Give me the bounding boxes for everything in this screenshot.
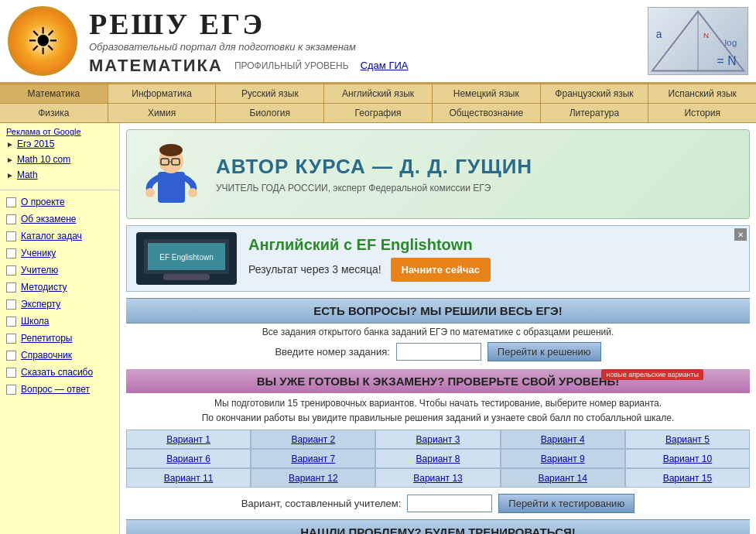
task-number-input[interactable] (396, 343, 481, 361)
nav-item-physics[interactable]: Физика (0, 104, 108, 122)
sidebar-link-11[interactable]: Вопрос — ответ (0, 381, 119, 398)
sidebar-link-9[interactable]: Справочник (0, 347, 119, 364)
checkbox-0[interactable] (6, 197, 16, 207)
variants-grid: Вариант 1 Вариант 2 Вариант 3 Вариант 4 … (126, 430, 750, 488)
sidebar-link-text-8: Репетиторы (21, 333, 72, 344)
header-text: РЕШУ ЕГЭ Образовательный портал для подг… (89, 7, 648, 76)
nav-item-english[interactable]: Английский язык (324, 84, 433, 103)
sidebar-link-1[interactable]: Об экзамене (0, 211, 119, 228)
variant-teacher-row: Вариант, составленный учителем: Перейти … (126, 494, 750, 513)
teacher-go-button[interactable]: Перейти к тестированию (498, 494, 635, 513)
sidebar-link-5[interactable]: Методисту (0, 279, 119, 296)
sidebar-link-text-2: Каталог задач (21, 231, 82, 241)
svg-text:a: a (656, 29, 662, 40)
variants-row-2: Вариант 6 Вариант 7 Вариант 8 Вариант 9 … (126, 449, 750, 468)
variant-cell-6[interactable]: Вариант 6 (126, 449, 251, 468)
checkbox-7[interactable] (6, 317, 16, 327)
header: ☀ РЕШУ ЕГЭ Образовательный портал для по… (0, 0, 756, 84)
nav-item-german[interactable]: Немецкий язык (433, 84, 541, 103)
checkbox-9[interactable] (6, 351, 16, 361)
ad-image: EF Englishtown (136, 232, 237, 285)
svg-rect-18 (163, 274, 210, 280)
nav-item-french[interactable]: Французский язык (541, 84, 649, 103)
header-decoration: log N a = N (648, 7, 748, 75)
variant-cell-1[interactable]: Вариант 1 (126, 430, 251, 449)
variant-cell-10[interactable]: Вариант 10 (625, 449, 750, 468)
sidebar-link-6[interactable]: Эксперту (0, 296, 119, 313)
ad-close-button[interactable]: ✕ (734, 228, 747, 241)
teacher-variant-input[interactable] (407, 495, 492, 512)
nav-item-spanish[interactable]: Испанский язык (648, 84, 756, 103)
variant-cell-2[interactable]: Вариант 2 (251, 430, 375, 449)
task-go-button[interactable]: Перейти к решению (487, 342, 601, 361)
sidebar-link-10[interactable]: Сказать спасибо (0, 364, 119, 381)
variant-cell-14[interactable]: Вариант 14 (501, 468, 625, 488)
checkbox-3[interactable] (6, 248, 16, 258)
variant-cell-7[interactable]: Вариант 7 (251, 449, 375, 468)
triangle-icon-3: ► (6, 171, 14, 180)
checkbox-10[interactable] (6, 368, 16, 378)
sidebar-link-text-0: О проекте (21, 197, 65, 207)
checkbox-4[interactable] (6, 265, 16, 276)
ad-start-button[interactable]: Начните сейчас (391, 258, 491, 282)
sidebar-link-text-9: Справочник (21, 350, 72, 361)
variant-cell-15[interactable]: Вариант 15 (625, 468, 750, 488)
sidebar: Реклама от Google ► Егэ 2015 ► Math 10 c… (0, 123, 120, 534)
sidebar-ad-3[interactable]: ► Math (6, 167, 113, 183)
author-text: АВТОР КУРСА — Д. Д. ГУЩИН УЧИТЕЛЬ ГОДА Р… (216, 155, 532, 193)
task-input-label: Введите номер задания: (275, 346, 389, 358)
nav-item-biology[interactable]: Биология (216, 104, 324, 122)
nav-item-history[interactable]: История (648, 104, 756, 122)
author-subtitle: УЧИТЕЛЬ ГОДА РОССИИ, эксперт Федеральной… (216, 183, 532, 193)
sidebar-link-0[interactable]: О проекте (0, 193, 119, 211)
section3-title: НАШЛИ ПРОБЛЕМУ? БУДЕМ ТРЕНИРОВАТЬСЯ! (300, 525, 576, 534)
variant-cell-13[interactable]: Вариант 13 (375, 468, 500, 488)
author-title: АВТОР КУРСА — Д. Д. ГУЩИН (216, 155, 532, 179)
sidebar-link-4[interactable]: Учителю (0, 262, 119, 279)
triangle-icon-1: ► (6, 140, 14, 149)
nav-item-russian[interactable]: Русский язык (216, 84, 324, 103)
variant-cell-9[interactable]: Вариант 9 (501, 449, 625, 468)
sidebar-link-text-1: Об экзамене (21, 214, 76, 224)
variant-cell-11[interactable]: Вариант 11 (126, 468, 251, 488)
svg-text:N: N (703, 31, 709, 39)
nav-row-1: Математика Информатика Русский язык Англ… (0, 84, 756, 104)
nav-item-geography[interactable]: География (324, 104, 433, 122)
sidebar-link-text-7: Школа (21, 316, 49, 327)
checkbox-5[interactable] (6, 282, 16, 293)
variant-cell-4[interactable]: Вариант 4 (501, 430, 625, 449)
nav-item-literature[interactable]: Литература (541, 104, 649, 122)
ad-title: Английский с EF Englishtown (248, 236, 491, 254)
author-banner: АВТОР КУРСА — Д. Д. ГУЩИН УЧИТЕЛЬ ГОДА Р… (126, 129, 750, 219)
math-level: ПРОФИЛЬНЫЙ УРОВЕНЬ (234, 60, 349, 71)
main-layout: Реклама от Google ► Егэ 2015 ► Math 10 c… (0, 123, 756, 534)
sidebar-ad-1[interactable]: ► Егэ 2015 (6, 136, 113, 152)
nav-item-social[interactable]: Обществознание (433, 104, 541, 122)
variant-cell-5[interactable]: Вариант 5 (625, 430, 750, 449)
nav-item-informatika[interactable]: Информатика (108, 84, 217, 103)
sidebar-link-7[interactable]: Школа (0, 313, 119, 330)
checkbox-2[interactable] (6, 231, 16, 241)
site-title: РЕШУ ЕГЭ (89, 7, 648, 41)
nav-item-matematika[interactable]: Математика (0, 84, 108, 103)
sidebar-link-3[interactable]: Ученику (0, 245, 119, 262)
sidebar-ad-2[interactable]: ► Math 10 com (6, 152, 113, 167)
sidebar-link-8[interactable]: Репетиторы (0, 330, 119, 347)
checkbox-6[interactable] (6, 300, 16, 310)
sidebar-link-2[interactable]: Каталог задач (0, 228, 119, 245)
svg-point-9 (159, 144, 183, 156)
checkbox-1[interactable] (6, 214, 16, 224)
teacher-variant-label: Вариант, составленный учителем: (241, 498, 401, 509)
ads-label-link[interactable]: Реклама от Google (6, 127, 113, 136)
variants-row-3: Вариант 11 Вариант 12 Вариант 13 Вариант… (126, 468, 750, 488)
checkbox-11[interactable] (6, 385, 16, 395)
svg-text:EF Englishtown: EF Englishtown (159, 253, 213, 262)
nav-item-chemistry[interactable]: Химия (108, 104, 217, 122)
variant-cell-8[interactable]: Вариант 8 (375, 449, 500, 468)
checkbox-8[interactable] (6, 334, 16, 344)
gda-link[interactable]: Сдам ГИА (361, 60, 409, 71)
svg-line-2 (652, 12, 698, 71)
variant-cell-12[interactable]: Вариант 12 (251, 468, 375, 488)
variant-cell-3[interactable]: Вариант 3 (375, 430, 500, 449)
section2-desc-line1: Мы подготовили 15 тренировочных варианто… (214, 398, 662, 409)
